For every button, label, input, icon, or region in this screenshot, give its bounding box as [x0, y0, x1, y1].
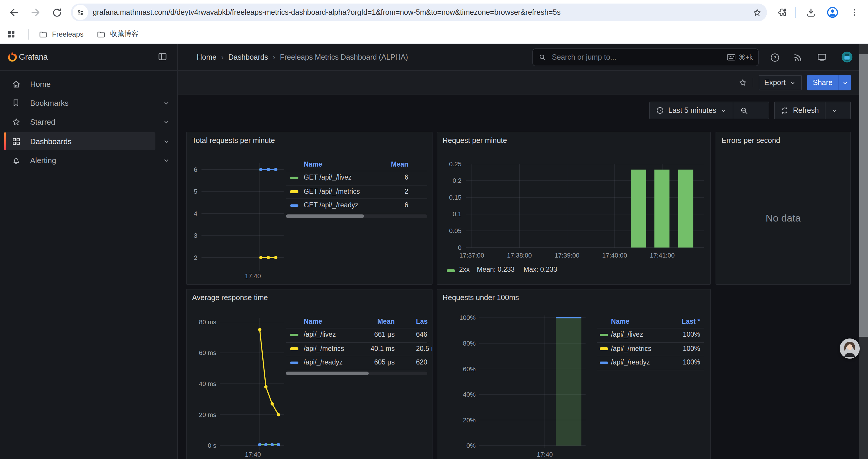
tv-mode-button[interactable] [814, 49, 830, 66]
back-button[interactable] [5, 3, 24, 22]
sidebar-item-bookmarks[interactable]: Bookmarks [4, 94, 155, 112]
series-color-pill [600, 361, 608, 364]
expand-starred[interactable] [161, 113, 171, 131]
profile-button[interactable] [823, 3, 842, 22]
sidebar-item-starred[interactable]: Starred [4, 113, 155, 131]
refresh-label: Refresh [793, 106, 819, 114]
axis-tick: 0.25 [449, 160, 462, 168]
news-button[interactable] [789, 49, 806, 66]
bookmark-star-button[interactable] [747, 7, 767, 18]
series-color-pill [290, 347, 299, 350]
url-input[interactable] [88, 4, 747, 21]
breadcrumb: Home › Dashboards › Freeleaps Metrics Da… [197, 44, 408, 70]
legend-series-name[interactable]: 2xx [459, 266, 470, 273]
reload-button[interactable] [47, 3, 66, 22]
time-range-picker[interactable]: Last 5 minutes [650, 102, 733, 119]
grafana-logo[interactable] [6, 51, 18, 63]
legend-cell[interactable]: /api/_/livez [304, 328, 336, 342]
search-input[interactable] [551, 53, 723, 62]
legend-header[interactable]: Mean [391, 158, 408, 170]
legend-header[interactable]: Name [611, 316, 629, 327]
chevron-down-icon [720, 107, 727, 114]
expand-bookmarks[interactable] [161, 94, 171, 112]
brand-name[interactable]: Grafana [19, 44, 48, 70]
url-bar[interactable] [71, 4, 767, 21]
data-point [258, 328, 261, 331]
legend-cell[interactable]: /api/_/livez [611, 328, 643, 342]
bar [631, 169, 646, 248]
extensions-button[interactable] [773, 3, 792, 22]
floating-avatar-widget[interactable] [840, 338, 860, 359]
legend-cell[interactable]: /api/_/readyz [611, 356, 650, 369]
breadcrumb-home[interactable]: Home [197, 53, 217, 61]
axis-tick: 17:38:00 [507, 252, 532, 259]
reload-icon [51, 7, 62, 18]
legend-header[interactable]: Mean [377, 316, 395, 327]
legend-scrollbar-thumb[interactable] [286, 215, 364, 218]
sidebar-item-dashboards[interactable]: Dashboards [4, 132, 155, 150]
legend-cell: 2 [404, 185, 408, 198]
series-color-pill [600, 333, 608, 336]
export-button[interactable]: Export [758, 75, 802, 90]
zoom-out-button[interactable] [734, 102, 755, 119]
legend-header[interactable]: Name [304, 316, 322, 327]
breadcrumb-dashboards[interactable]: Dashboards [228, 53, 268, 61]
avatar-image [840, 338, 860, 359]
breadcrumb-separator: › [273, 53, 275, 61]
refresh-button[interactable]: Refresh [775, 102, 825, 119]
axis-tick: 0.2 [453, 177, 462, 184]
folder-icon [97, 29, 106, 39]
legend-header[interactable]: Name [304, 158, 322, 170]
downloads-button[interactable] [801, 3, 820, 22]
legend-cell[interactable]: /api/_/metrics [611, 342, 651, 356]
collapse-dashboards[interactable] [161, 132, 171, 150]
legend-table: NameLast */api/_/livez100%/api/_/metrics… [597, 316, 704, 378]
apps-grid-icon [6, 29, 16, 39]
page-scrollbar-thumb[interactable] [859, 54, 868, 337]
legend-header[interactable]: Last * [682, 316, 700, 327]
axis-tick: 40 ms [199, 380, 216, 388]
refresh-interval-button[interactable] [826, 102, 844, 119]
search-box[interactable]: ⌘+k [532, 48, 759, 66]
bar [556, 318, 582, 446]
expand-alerting[interactable] [161, 151, 171, 169]
legend-mean: Mean: 0.233 [477, 266, 515, 273]
apps-button[interactable] [0, 29, 23, 39]
mega-menu-toggle[interactable] [157, 52, 168, 62]
site-settings-button[interactable] [73, 5, 88, 20]
browser-menu-button[interactable] [845, 3, 864, 22]
data-point [274, 168, 277, 171]
favorite-dashboard-button[interactable] [738, 78, 747, 88]
request-per-minute-chart[interactable]: 0.250.20.150.10.05017:37:0017:38:0017:39… [437, 132, 711, 285]
user-avatar[interactable] [841, 51, 853, 63]
legend-cell[interactable]: GET /api/_/metrics [304, 185, 360, 198]
data-point [259, 256, 262, 259]
series-color-pill [290, 176, 299, 179]
divider [597, 369, 704, 370]
sidebar-item-home[interactable]: Home [4, 75, 155, 93]
legend-scrollbar-thumb[interactable] [286, 371, 369, 375]
legend-header[interactable]: Las [416, 316, 428, 327]
sidebar-item-alerting[interactable]: Alerting [4, 151, 155, 169]
data-point [258, 443, 261, 446]
data-point [267, 168, 270, 171]
share-menu-button[interactable] [838, 75, 851, 90]
home-icon [10, 79, 22, 89]
bookmark-folder-freeleaps[interactable]: Freeleaps [35, 28, 87, 40]
chevron-down-icon [789, 79, 796, 86]
help-button[interactable]: ? [766, 49, 783, 66]
legend-cell[interactable]: /api/_/readyz [304, 356, 343, 369]
legend-cell[interactable]: GET /api/_/readyz [304, 198, 359, 212]
bookmark-folder-blogs[interactable]: 收藏博客 [93, 27, 142, 41]
axis-tick: 17:39:00 [555, 252, 579, 259]
active-indicator [4, 132, 6, 150]
chevron-down-icon [162, 137, 170, 145]
legend-cell[interactable]: GET /api/_/livez [304, 171, 351, 185]
legend-cell[interactable]: /api/_/metrics [304, 342, 344, 356]
share-button[interactable]: Share [807, 75, 838, 90]
panel-title[interactable]: Errors per second [721, 136, 780, 145]
browser-toolbar [0, 0, 868, 25]
series-color-pill [290, 361, 299, 364]
axis-tick: 17:37:00 [459, 252, 484, 259]
forward-button[interactable] [26, 3, 45, 22]
